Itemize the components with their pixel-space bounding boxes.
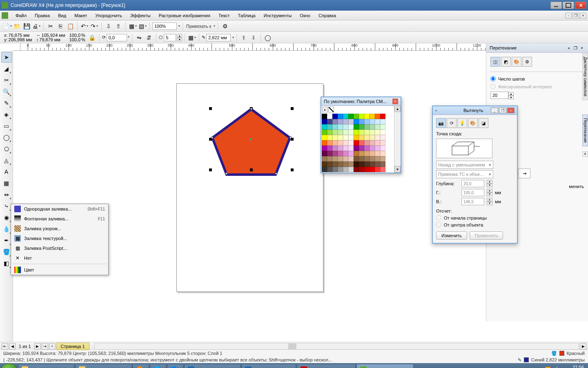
pick-tool[interactable]: ➤ <box>1 52 12 63</box>
docker-tab-symbols[interactable]: Диспетчер символов <box>582 53 588 100</box>
x-value[interactable]: 76,875 мм <box>9 33 30 38</box>
palette-swatch[interactable] <box>343 114 348 119</box>
y-value[interactable]: 206,998 мм <box>9 38 32 42</box>
outline-width-input[interactable] <box>206 34 231 41</box>
palette-swatch[interactable] <box>380 135 385 140</box>
palette-swatch[interactable] <box>354 124 359 130</box>
last-page-button[interactable]: ⇥ <box>42 343 48 350</box>
task-pdf[interactable]: CorelDraw_X4_s_n... <box>297 364 356 368</box>
menu-arrange[interactable]: Упорядочить <box>91 12 126 19</box>
zoom-dropdown[interactable] <box>178 24 180 28</box>
from-obj-radio[interactable] <box>436 222 441 227</box>
palette-swatch[interactable] <box>322 114 327 119</box>
handle-nw[interactable] <box>209 107 212 110</box>
blend-tab-color[interactable]: 🎨 <box>512 57 521 67</box>
no-fill-item[interactable]: ✕Нет <box>11 253 108 263</box>
palette-swatch[interactable] <box>343 124 348 130</box>
connector-tool[interactable]: ⤷ <box>1 201 12 211</box>
clock-time[interactable]: 21:56 <box>561 365 584 368</box>
palette-scroll-up[interactable]: ▲ <box>394 105 401 112</box>
palette-swatch[interactable] <box>332 146 338 151</box>
menu-effects[interactable]: Эффекты <box>126 12 155 19</box>
print-button[interactable]: 🖨 <box>32 22 41 31</box>
palette-swatch[interactable] <box>338 114 343 119</box>
palette-swatch[interactable] <box>364 119 370 124</box>
task-skype[interactable] <box>150 364 166 368</box>
blend-undock-button[interactable]: ❐ <box>572 45 578 51</box>
task-coreldraw[interactable]: CorelDRAW X4 (Н... <box>356 364 414 368</box>
handle-ne[interactable] <box>291 107 294 110</box>
palette-swatch[interactable] <box>364 146 370 151</box>
start-button[interactable] <box>1 364 17 368</box>
palette-swatch[interactable] <box>370 151 375 156</box>
color-fill-item[interactable]: Цвет <box>11 265 108 275</box>
palette-swatch[interactable] <box>370 140 375 146</box>
palette-swatch[interactable] <box>338 167 343 172</box>
handle-sw[interactable] <box>209 168 212 171</box>
sides-input[interactable] <box>164 34 176 41</box>
palette-swatch[interactable] <box>348 130 354 135</box>
extrude-close-button[interactable]: × <box>507 108 514 113</box>
blend-titlebar[interactable]: Перетекание » ❐ × <box>486 43 588 53</box>
palette-nocolor-button[interactable] <box>328 107 334 112</box>
app-launcher-button[interactable]: ▦ <box>128 22 137 31</box>
palette-swatch[interactable] <box>327 135 332 140</box>
menu-text[interactable]: Текст <box>214 12 234 19</box>
palette-swatch[interactable] <box>359 135 364 140</box>
interactive-tool[interactable]: ◉ <box>1 212 12 223</box>
palette-swatch[interactable] <box>359 119 364 124</box>
palette-swatch[interactable] <box>359 146 364 151</box>
palette-swatch[interactable] <box>327 130 332 135</box>
palette-swatch[interactable] <box>327 124 332 130</box>
blend-tab-misc[interactable]: ⚙ <box>522 57 532 67</box>
palette-swatch[interactable] <box>343 140 348 146</box>
mirror-v-button[interactable]: ⇵ <box>145 33 154 42</box>
mirror-h-button[interactable]: ⇋ <box>135 33 144 42</box>
palette-swatch[interactable] <box>332 167 338 172</box>
palette-swatch[interactable] <box>327 162 332 167</box>
rotation-input[interactable] <box>107 34 127 41</box>
palette-swatch[interactable] <box>359 167 364 172</box>
blend-apply-button[interactable]: менить <box>569 184 584 189</box>
palette-swatch[interactable] <box>343 151 348 156</box>
blend-end-button[interactable]: ⇥ <box>518 168 530 178</box>
export-button[interactable]: ⇧ <box>114 22 123 31</box>
palette-swatch[interactable] <box>338 140 343 146</box>
welcome-button[interactable]: ▧ <box>138 22 147 31</box>
palette-swatch[interactable] <box>370 114 375 119</box>
window-close-button[interactable] <box>575 2 586 9</box>
wrap-text-button[interactable]: ▦ <box>187 33 196 42</box>
task-ie[interactable] <box>167 364 183 368</box>
palette-swatch[interactable] <box>380 162 385 167</box>
extrude-lock-select[interactable]: Привязка ТС к объе...▾ <box>436 170 493 178</box>
palette-swatch[interactable] <box>327 114 332 119</box>
palette-swatch[interactable] <box>338 156 343 162</box>
h-scrollbar[interactable] <box>94 343 579 350</box>
palette-swatch[interactable] <box>364 124 370 130</box>
palette-swatch[interactable] <box>327 140 332 146</box>
palette-swatch[interactable] <box>338 151 343 156</box>
fill-swatch[interactable] <box>559 351 564 356</box>
palette-swatch[interactable] <box>375 151 380 156</box>
save-button[interactable]: 💾 <box>22 22 31 31</box>
extrude-edit-button[interactable]: Изменить <box>436 231 467 240</box>
palette-swatch[interactable] <box>338 146 343 151</box>
blend-tab-accel[interactable]: ◩ <box>501 57 511 67</box>
menu-table[interactable]: Таблица <box>234 12 260 19</box>
extrude-tab-rotation[interactable]: ⟳ <box>447 118 457 128</box>
palette-swatch[interactable] <box>348 124 354 130</box>
blend-tab-steps[interactable]: ◫ <box>490 57 500 67</box>
palette-swatch[interactable] <box>364 130 370 135</box>
crop-tool[interactable]: ✂ <box>1 75 12 85</box>
docker-tab-close[interactable]: × <box>582 151 588 157</box>
task-word-1[interactable]: Лабораторная11 ... <box>184 364 241 368</box>
rectangle-tool[interactable]: ▭ <box>1 121 12 131</box>
outline-swatch[interactable] <box>524 357 529 362</box>
interactive-fill-tool[interactable]: ◧ <box>1 258 12 269</box>
palette-swatch[interactable] <box>348 140 354 146</box>
palette-swatch[interactable] <box>338 162 343 167</box>
prev-page-button[interactable]: ◀ <box>9 343 16 350</box>
palette-swatch[interactable] <box>380 124 385 130</box>
to-front-button[interactable]: ⬆ <box>239 33 248 42</box>
palette-swatch[interactable] <box>359 114 364 119</box>
